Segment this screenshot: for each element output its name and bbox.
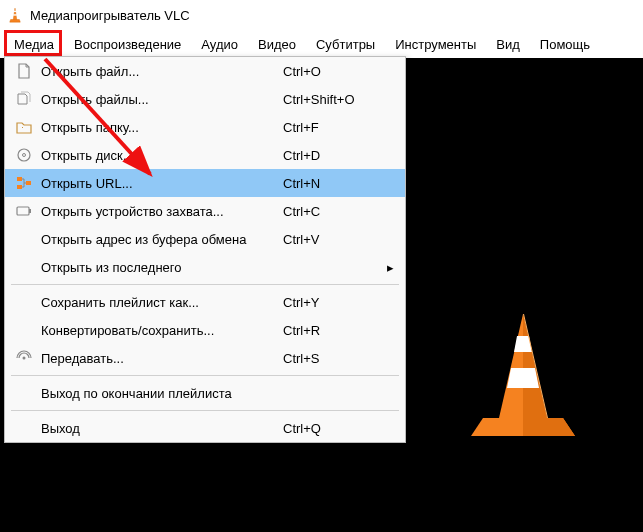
media-dropdown: Открыть файл...Ctrl+OОткрыть файлы...Ctr…	[4, 56, 406, 443]
menu-item-label: Открыть файл...	[35, 64, 283, 79]
menu-item-shortcut: Ctrl+F	[283, 120, 383, 135]
menu-item-выход[interactable]: ВыходCtrl+Q	[5, 414, 405, 442]
svg-rect-8	[17, 207, 29, 215]
menu-item-shortcut: Ctrl+O	[283, 64, 383, 79]
disc-icon	[13, 147, 35, 163]
menu-item-label: Открыть устройство захвата...	[35, 204, 283, 219]
vlc-cone-icon	[8, 7, 24, 23]
menu-item-label: Открыть файлы...	[35, 92, 283, 107]
menu-item-label: Открыть папку...	[35, 120, 283, 135]
chevron-right-icon: ▸	[383, 260, 397, 275]
svg-point-3	[18, 149, 30, 161]
titlebar: Медиапроигрыватель VLC	[0, 0, 643, 30]
menu-item-shortcut: Ctrl+Q	[283, 421, 383, 436]
menu-item-открыть-диск-[interactable]: Открыть диск...Ctrl+D	[5, 141, 405, 169]
file-icon	[13, 63, 35, 79]
svg-rect-5	[17, 177, 22, 181]
menu-item-label: Конвертировать/сохранить...	[35, 323, 283, 338]
menu-item-shortcut: Ctrl+R	[283, 323, 383, 338]
menu-help[interactable]: Помощь	[530, 33, 600, 56]
vlc-cone-logo	[463, 308, 583, 448]
menu-separator	[11, 410, 399, 411]
menu-item-label: Выход по окончании плейлиста	[35, 386, 283, 401]
menubar: МедиаВоспроизведениеАудиоВидеоСубтитрыИн…	[0, 30, 643, 58]
svg-rect-1	[13, 14, 17, 15]
capture-icon	[13, 203, 35, 219]
stream-icon	[13, 350, 35, 366]
window-title: Медиапроигрыватель VLC	[30, 8, 190, 23]
menu-item-shortcut: Ctrl+Shift+O	[283, 92, 383, 107]
menu-video[interactable]: Видео	[248, 33, 306, 56]
network-icon	[13, 175, 35, 191]
menu-subtitles[interactable]: Субтитры	[306, 33, 385, 56]
menu-item-сохранить-плейлист-как-[interactable]: Сохранить плейлист как...Ctrl+Y	[5, 288, 405, 316]
menu-separator	[11, 375, 399, 376]
menu-item-конвертировать-сохранить-[interactable]: Конвертировать/сохранить...Ctrl+R	[5, 316, 405, 344]
files-icon	[13, 91, 35, 107]
svg-rect-9	[29, 209, 31, 213]
menu-tools[interactable]: Инструменты	[385, 33, 486, 56]
menu-item-открыть-файл-[interactable]: Открыть файл...Ctrl+O	[5, 57, 405, 85]
menu-item-открыть-файлы-[interactable]: Открыть файлы...Ctrl+Shift+O	[5, 85, 405, 113]
menu-item-shortcut: Ctrl+S	[283, 351, 383, 366]
menu-item-shortcut: Ctrl+V	[283, 232, 383, 247]
svg-point-4	[23, 154, 26, 157]
menu-item-label: Передавать...	[35, 351, 283, 366]
menu-item-label: Открыть URL...	[35, 176, 283, 191]
menu-item-label: Сохранить плейлист как...	[35, 295, 283, 310]
menu-media[interactable]: Медиа	[4, 33, 64, 56]
menu-item-shortcut: Ctrl+C	[283, 204, 383, 219]
menu-separator	[11, 284, 399, 285]
menu-item-открыть-папку-[interactable]: Открыть папку...Ctrl+F	[5, 113, 405, 141]
svg-rect-7	[26, 181, 31, 185]
menu-item-открыть-адрес-из-буфера-обмена[interactable]: Открыть адрес из буфера обменаCtrl+V	[5, 225, 405, 253]
menu-item-shortcut: Ctrl+D	[283, 148, 383, 163]
menu-item-открыть-url-[interactable]: Открыть URL...Ctrl+N	[5, 169, 405, 197]
folder-icon	[13, 119, 35, 135]
menu-item-label: Выход	[35, 421, 283, 436]
menu-item-shortcut: Ctrl+Y	[283, 295, 383, 310]
menu-item-выход-по-окончании-плейлиста[interactable]: Выход по окончании плейлиста	[5, 379, 405, 407]
menu-item-label: Открыть из последнего	[35, 260, 283, 275]
menu-item-открыть-устройство-захвата-[interactable]: Открыть устройство захвата...Ctrl+C	[5, 197, 405, 225]
menu-item-передавать-[interactable]: Передавать...Ctrl+S	[5, 344, 405, 372]
menu-item-label: Открыть диск...	[35, 148, 283, 163]
menu-item-открыть-из-последнего[interactable]: Открыть из последнего▸	[5, 253, 405, 281]
menu-playback[interactable]: Воспроизведение	[64, 33, 191, 56]
menu-view[interactable]: Вид	[486, 33, 530, 56]
menu-item-label: Открыть адрес из буфера обмена	[35, 232, 283, 247]
menu-audio[interactable]: Аудио	[191, 33, 248, 56]
svg-rect-6	[17, 185, 22, 189]
svg-point-10	[23, 357, 26, 360]
menu-item-shortcut: Ctrl+N	[283, 176, 383, 191]
svg-rect-0	[14, 11, 17, 12]
